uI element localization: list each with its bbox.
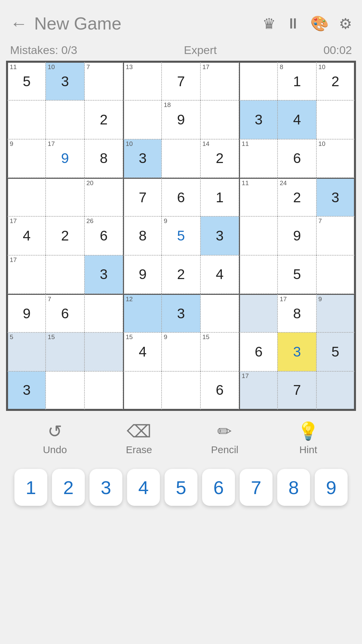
cell-r7-c6[interactable]: 6 xyxy=(239,332,278,371)
cell-r7-c4[interactable]: 9 xyxy=(162,332,200,371)
cell-r8-c2[interactable] xyxy=(84,371,123,410)
erase-button[interactable]: ⌫ Erase xyxy=(126,421,152,455)
cell-r0-c3[interactable]: 13 xyxy=(123,62,162,100)
cell-r0-c1[interactable]: 103 xyxy=(46,62,84,100)
cell-r7-c5[interactable]: 15 xyxy=(200,332,239,371)
cell-r8-c1[interactable] xyxy=(46,371,84,410)
settings-icon[interactable]: ⚙ xyxy=(339,15,352,32)
back-button[interactable]: ← xyxy=(10,15,27,32)
number-button-7[interactable]: 7 xyxy=(240,469,273,506)
undo-button[interactable]: ↺ Undo xyxy=(43,421,67,455)
cell-r6-c2[interactable] xyxy=(84,294,123,332)
cell-r8-c7[interactable]: 7 xyxy=(278,371,316,410)
cell-r5-c5[interactable]: 4 xyxy=(200,255,239,294)
cell-r4-c8[interactable]: 7 xyxy=(316,216,355,255)
cell-r2-c4[interactable] xyxy=(162,139,200,178)
cell-r1-c7[interactable]: 4 xyxy=(278,100,316,139)
pause-icon[interactable]: ⏸ xyxy=(286,15,300,32)
cell-r3-c2[interactable]: 20 xyxy=(84,178,123,216)
number-button-9[interactable]: 9 xyxy=(315,469,348,506)
cell-r0-c5[interactable]: 17 xyxy=(200,62,239,100)
cell-r7-c2[interactable] xyxy=(84,332,123,371)
cell-r6-c6[interactable] xyxy=(239,294,278,332)
cell-r4-c3[interactable]: 8 xyxy=(123,216,162,255)
cell-r0-c0[interactable]: 115 xyxy=(7,62,46,100)
cell-r6-c1[interactable]: 76 xyxy=(46,294,84,332)
cell-r2-c3[interactable]: 103 xyxy=(123,139,162,178)
cell-r4-c4[interactable]: 95 xyxy=(162,216,200,255)
cell-r6-c4[interactable]: 3 xyxy=(162,294,200,332)
cell-r5-c4[interactable]: 2 xyxy=(162,255,200,294)
toolbar: ↺ Undo ⌫ Erase ✏ Pencil 💡 Hint xyxy=(0,411,362,462)
cell-r0-c4[interactable]: 7 xyxy=(162,62,200,100)
cell-r8-c3[interactable] xyxy=(123,371,162,410)
cell-r5-c0[interactable]: 17 xyxy=(7,255,46,294)
cell-r7-c0[interactable]: 5 xyxy=(7,332,46,371)
cell-r0-c8[interactable]: 102 xyxy=(316,62,355,100)
cell-r4-c6[interactable] xyxy=(239,216,278,255)
cell-r6-c8[interactable]: 9 xyxy=(316,294,355,332)
cell-r7-c1[interactable]: 15 xyxy=(46,332,84,371)
palette-icon[interactable]: 🎨 xyxy=(310,15,329,32)
cell-r4-c5[interactable]: 3 xyxy=(200,216,239,255)
cell-r5-c2[interactable]: 3 xyxy=(84,255,123,294)
cell-r6-c0[interactable]: 9 xyxy=(7,294,46,332)
number-button-3[interactable]: 3 xyxy=(89,469,122,506)
cell-r4-c0[interactable]: 174 xyxy=(7,216,46,255)
cell-r3-c5[interactable]: 1 xyxy=(200,178,239,216)
cell-r5-c3[interactable]: 9 xyxy=(123,255,162,294)
cell-r6-c7[interactable]: 178 xyxy=(278,294,316,332)
number-button-1[interactable]: 1 xyxy=(14,469,47,506)
cell-r7-c7[interactable]: 3 xyxy=(278,332,316,371)
cell-r8-c5[interactable]: 6 xyxy=(200,371,239,410)
cell-r3-c0[interactable] xyxy=(7,178,46,216)
crown-icon[interactable]: ♛ xyxy=(262,15,276,32)
cell-r7-c3[interactable]: 154 xyxy=(123,332,162,371)
cell-r0-c7[interactable]: 81 xyxy=(278,62,316,100)
cell-r5-c1[interactable] xyxy=(46,255,84,294)
cell-r2-c8[interactable]: 10 xyxy=(316,139,355,178)
cell-r8-c6[interactable]: 17 xyxy=(239,371,278,410)
number-button-4[interactable]: 4 xyxy=(127,469,160,506)
cell-r6-c5[interactable] xyxy=(200,294,239,332)
cell-r3-c7[interactable]: 242 xyxy=(278,178,316,216)
cell-r7-c8[interactable]: 5 xyxy=(316,332,355,371)
cell-r1-c8[interactable] xyxy=(316,100,355,139)
cell-r4-c7[interactable]: 9 xyxy=(278,216,316,255)
cell-r2-c2[interactable]: 8 xyxy=(84,139,123,178)
number-button-2[interactable]: 2 xyxy=(52,469,85,506)
cell-r3-c6[interactable]: 11 xyxy=(239,178,278,216)
cell-r1-c2[interactable]: 2 xyxy=(84,100,123,139)
cell-r1-c4[interactable]: 189 xyxy=(162,100,200,139)
cell-r4-c1[interactable]: 2 xyxy=(46,216,84,255)
cell-r4-c2[interactable]: 266 xyxy=(84,216,123,255)
cell-r5-c8[interactable] xyxy=(316,255,355,294)
hint-button[interactable]: 💡 Hint xyxy=(297,421,319,455)
cell-r6-c3[interactable]: 12 xyxy=(123,294,162,332)
cell-r1-c6[interactable]: 3 xyxy=(239,100,278,139)
cell-r1-c1[interactable] xyxy=(46,100,84,139)
cell-r3-c1[interactable] xyxy=(46,178,84,216)
cell-r2-c6[interactable]: 11 xyxy=(239,139,278,178)
cell-r1-c3[interactable] xyxy=(123,100,162,139)
cell-r2-c5[interactable]: 142 xyxy=(200,139,239,178)
cell-r3-c8[interactable]: 3 xyxy=(316,178,355,216)
number-button-5[interactable]: 5 xyxy=(165,469,197,506)
cell-r8-c0[interactable]: 3 xyxy=(7,371,46,410)
cell-r2-c0[interactable]: 9 xyxy=(7,139,46,178)
pencil-button[interactable]: ✏ Pencil xyxy=(211,421,239,455)
cell-r3-c3[interactable]: 7 xyxy=(123,178,162,216)
cell-r1-c0[interactable] xyxy=(7,100,46,139)
cell-r2-c7[interactable]: 6 xyxy=(278,139,316,178)
cell-r1-c5[interactable] xyxy=(200,100,239,139)
number-button-6[interactable]: 6 xyxy=(202,469,235,506)
number-button-8[interactable]: 8 xyxy=(277,469,310,506)
cell-r5-c6[interactable] xyxy=(239,255,278,294)
cell-r5-c7[interactable]: 5 xyxy=(278,255,316,294)
cell-r2-c1[interactable]: 179 xyxy=(46,139,84,178)
cell-r8-c8[interactable] xyxy=(316,371,355,410)
cell-r8-c4[interactable] xyxy=(162,371,200,410)
cell-r3-c4[interactable]: 6 xyxy=(162,178,200,216)
cell-r0-c2[interactable]: 7 xyxy=(84,62,123,100)
cell-r0-c6[interactable] xyxy=(239,62,278,100)
